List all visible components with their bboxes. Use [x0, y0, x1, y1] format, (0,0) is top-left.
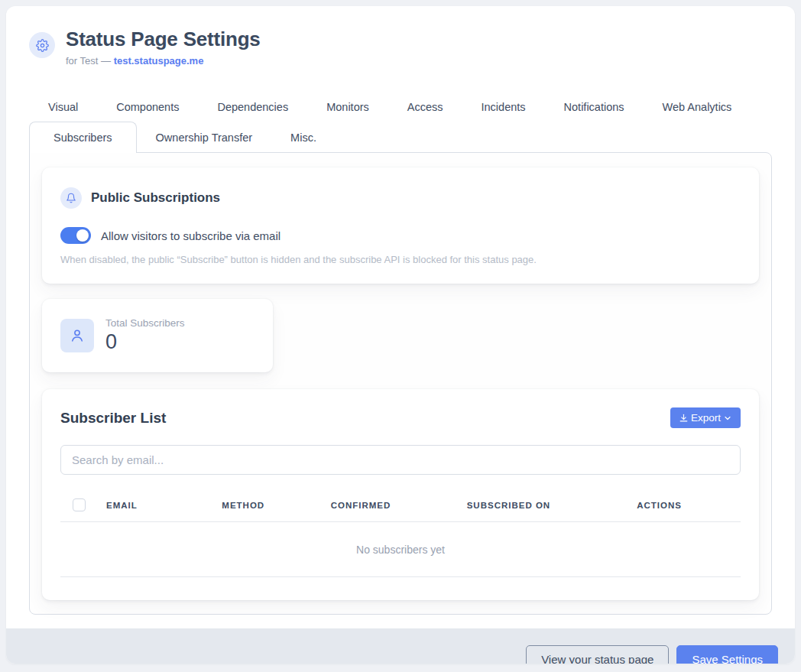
- tabs-bar: Visual Components Dependencies Monitors …: [29, 93, 772, 152]
- column-method: METHOD: [216, 489, 324, 522]
- select-all-checkbox[interactable]: [73, 498, 86, 511]
- person-icon: [60, 319, 94, 352]
- column-subscribed-on: SUBSCRIBED ON: [461, 489, 631, 522]
- subscribe-toggle-label: Allow visitors to subscribe via email: [101, 229, 281, 242]
- table-header-row: EMAIL METHOD CONFIRMED SUBSCRIBED ON ACT…: [60, 489, 741, 522]
- status-page-settings-window: Status Page Settings for Test — test.sta…: [6, 6, 795, 664]
- page-title: Status Page Settings: [66, 28, 261, 51]
- total-subscribers-text: Total Subscribers 0: [105, 317, 185, 354]
- search-input[interactable]: [60, 445, 741, 475]
- toggle-knob: [76, 229, 89, 242]
- tab-visual[interactable]: Visual: [29, 93, 97, 122]
- subscriber-table: EMAIL METHOD CONFIRMED SUBSCRIBED ON ACT…: [60, 489, 741, 577]
- download-icon: [679, 413, 689, 423]
- status-page-link[interactable]: test.statuspage.me: [114, 55, 204, 67]
- save-settings-button[interactable]: Save Settings: [676, 645, 778, 664]
- export-button[interactable]: Export: [670, 407, 741, 428]
- tab-notifications[interactable]: Notifications: [545, 93, 644, 122]
- tab-access[interactable]: Access: [388, 93, 462, 122]
- export-button-label: Export: [691, 412, 721, 424]
- footer-action-bar: View your status page Save Settings: [6, 628, 795, 664]
- allow-subscribe-toggle[interactable]: [60, 227, 91, 244]
- subscribers-tab-panel: Public Subscriptions Allow visitors to s…: [29, 152, 772, 615]
- subtitle-prefix: for Test —: [66, 55, 111, 67]
- tab-subscribers[interactable]: Subscribers: [29, 122, 137, 153]
- tab-incidents[interactable]: Incidents: [462, 93, 545, 122]
- gear-icon: [29, 32, 55, 58]
- total-subscribers-value: 0: [105, 330, 185, 354]
- public-subscriptions-card: Public Subscriptions Allow visitors to s…: [42, 167, 759, 284]
- column-actions: ACTIONS: [631, 489, 741, 522]
- column-confirmed: CONFIRMED: [325, 489, 461, 522]
- public-subscriptions-title: Public Subscriptions: [91, 190, 220, 206]
- subscriber-list-header: Subscriber List Export: [60, 407, 741, 428]
- subscribe-help-text: When disabled, the public “Subscribe” bu…: [60, 254, 741, 265]
- empty-state-text: No subscribers yet: [60, 522, 741, 577]
- page-header-text: Status Page Settings for Test — test.sta…: [66, 28, 261, 67]
- tab-misc[interactable]: Misc.: [271, 123, 336, 152]
- column-email: EMAIL: [100, 489, 216, 522]
- tab-web-analytics[interactable]: Web Analytics: [644, 93, 751, 122]
- total-subscribers-card: Total Subscribers 0: [42, 299, 273, 372]
- tab-components[interactable]: Components: [97, 93, 198, 122]
- public-subscriptions-header: Public Subscriptions: [60, 187, 741, 209]
- view-status-page-button[interactable]: View your status page: [526, 645, 669, 664]
- page-header: Status Page Settings for Test — test.sta…: [6, 6, 795, 67]
- chevron-down-icon: [723, 414, 732, 423]
- subscribe-toggle-row: Allow visitors to subscribe via email: [60, 227, 741, 244]
- tabs-row-2: Subscribers Ownership Transfer Misc.: [29, 122, 772, 152]
- empty-state-row: No subscribers yet: [60, 522, 741, 577]
- subscriber-list-card: Subscriber List Export: [42, 389, 759, 600]
- page-subtitle: for Test — test.statuspage.me: [66, 55, 261, 67]
- tab-monitors[interactable]: Monitors: [307, 93, 388, 122]
- tab-ownership-transfer[interactable]: Ownership Transfer: [137, 123, 272, 152]
- bell-icon: [60, 187, 82, 209]
- subscriber-list-title: Subscriber List: [60, 410, 166, 427]
- total-subscribers-label: Total Subscribers: [105, 317, 185, 329]
- tab-dependencies[interactable]: Dependencies: [198, 93, 307, 122]
- tabs-row-1: Visual Components Dependencies Monitors …: [29, 93, 772, 122]
